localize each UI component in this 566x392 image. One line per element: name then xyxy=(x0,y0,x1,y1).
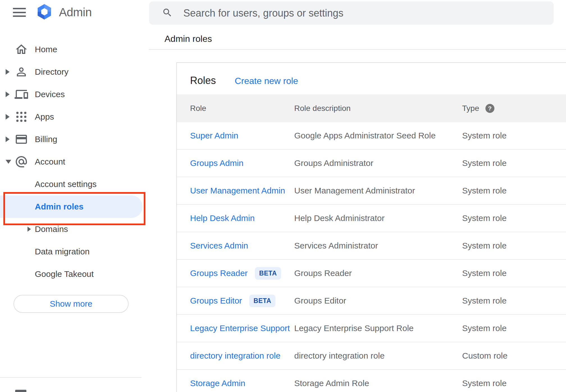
roles-card: Roles Create new role Role Role descript… xyxy=(176,62,566,392)
role-type: System role xyxy=(462,241,566,250)
table-row: Groups Reader BETA Groups Reader System … xyxy=(177,260,566,287)
partial-bottom-icon xyxy=(15,390,26,392)
role-description: Groups Reader xyxy=(294,268,462,278)
sidebar-item-label: Apps xyxy=(35,112,54,122)
sidebar-item-billing[interactable]: Billing xyxy=(0,128,149,151)
role-description: User Management Administrator xyxy=(294,186,462,195)
sidebar-item-account-settings[interactable]: Account settings xyxy=(0,173,149,195)
help-icon[interactable]: ? xyxy=(485,104,494,113)
expand-right-icon[interactable] xyxy=(6,114,10,120)
table-row: directory integration role directory int… xyxy=(177,342,566,370)
role-link[interactable]: User Management Admin xyxy=(190,186,285,195)
role-link[interactable]: Super Admin xyxy=(190,131,238,140)
role-type: System role xyxy=(462,379,566,388)
sidebar-item-label: Devices xyxy=(35,90,65,99)
table-row: Services Admin Services Administrator Sy… xyxy=(177,232,566,260)
sidebar-item-label: Admin roles xyxy=(35,202,83,211)
table-row: Groups Editor BETA Groups Editor System … xyxy=(177,287,566,315)
search-bar[interactable] xyxy=(149,1,554,25)
table-row: Legacy Enterprise Support Legacy Enterpr… xyxy=(177,315,566,342)
role-description: Services Administrator xyxy=(294,241,462,250)
sidebar: Admin Home Directory Devices xyxy=(0,0,149,392)
roles-card-header: Roles Create new role xyxy=(177,63,566,94)
role-type: System role xyxy=(462,158,566,168)
sidebar-item-admin-roles[interactable]: Admin roles xyxy=(0,195,143,218)
role-description: Storage Admin Role xyxy=(294,379,462,388)
page-title: Roles xyxy=(190,75,216,86)
table-row: User Management Admin User Management Ad… xyxy=(177,177,566,205)
sidebar-item-label: Account xyxy=(35,157,65,167)
apps-grid-icon xyxy=(15,110,28,124)
sidebar-item-data-migration[interactable]: Data migration xyxy=(0,240,149,263)
table-header-row: Role Role description Type ? xyxy=(177,94,566,122)
beta-badge: BETA xyxy=(249,295,275,307)
product-name: Admin xyxy=(59,6,92,19)
sidebar-divider xyxy=(0,377,142,378)
sidebar-item-label: Domains xyxy=(35,224,68,234)
beta-badge: BETA xyxy=(255,267,281,280)
show-more-button[interactable]: Show more xyxy=(13,295,129,313)
role-type: Custom role xyxy=(462,351,566,361)
breadcrumb: Admin roles xyxy=(165,34,212,44)
column-header-type: Type ? xyxy=(462,104,566,113)
sidebar-item-label: Billing xyxy=(35,135,57,144)
sidebar-item-account[interactable]: Account xyxy=(0,151,149,173)
role-type: System role xyxy=(462,323,566,333)
header-divider xyxy=(149,49,566,50)
expand-right-icon[interactable] xyxy=(6,136,10,142)
role-description: Google Apps Administrator Seed Role xyxy=(294,131,462,140)
role-link[interactable]: directory integration role xyxy=(190,351,280,361)
table-row: Help Desk Admin Help Desk Administrator … xyxy=(177,205,566,232)
sidebar-item-label: Account settings xyxy=(35,179,97,189)
role-type: System role xyxy=(462,296,566,306)
search-icon xyxy=(162,7,173,19)
expand-right-icon[interactable] xyxy=(6,69,10,75)
role-description: directory integration role xyxy=(294,351,462,361)
search-input[interactable] xyxy=(183,7,520,19)
role-link[interactable]: Groups Editor xyxy=(190,296,242,306)
role-link[interactable]: Help Desk Admin xyxy=(190,213,255,223)
menu-icon[interactable] xyxy=(13,8,26,17)
sidebar-item-label: Home xyxy=(35,45,57,54)
sidebar-item-directory[interactable]: Directory xyxy=(0,61,149,83)
at-sign-icon xyxy=(15,155,28,168)
column-header-role-description: Role description xyxy=(294,104,462,113)
role-type: System role xyxy=(462,186,566,195)
sidebar-item-devices[interactable]: Devices xyxy=(0,83,149,106)
column-header-role: Role xyxy=(190,104,294,113)
credit-card-icon xyxy=(15,133,28,146)
role-link[interactable]: Storage Admin xyxy=(190,379,245,388)
role-description: Help Desk Administrator xyxy=(294,213,462,223)
sidebar-item-home[interactable]: Home xyxy=(0,38,149,61)
admin-logo[interactable]: Admin xyxy=(35,3,92,21)
sidebar-item-apps[interactable]: Apps xyxy=(0,106,149,128)
table-row: Groups Admin Groups Administrator System… xyxy=(177,150,566,177)
role-link[interactable]: Groups Reader xyxy=(190,268,248,278)
table-row: Storage Admin Storage Admin Role System … xyxy=(177,370,566,392)
devices-icon xyxy=(15,88,28,101)
collapse-down-icon[interactable] xyxy=(6,160,11,164)
sidebar-item-label: Directory xyxy=(35,67,69,77)
role-link[interactable]: Services Admin xyxy=(190,241,248,250)
sidebar-nav: Home Directory Devices xyxy=(0,38,149,285)
sidebar-item-domains[interactable]: Domains xyxy=(0,218,149,240)
expand-right-icon[interactable] xyxy=(6,92,10,97)
sidebar-item-label: Data migration xyxy=(35,247,90,256)
table-row: Super Admin Google Apps Administrator Se… xyxy=(177,122,566,150)
create-new-role-link[interactable]: Create new role xyxy=(235,76,298,86)
role-link[interactable]: Legacy Enterprise Support xyxy=(190,323,290,333)
role-type: System role xyxy=(462,268,566,278)
expand-right-icon[interactable] xyxy=(28,227,31,232)
admin-hexagon-icon xyxy=(35,3,53,21)
person-icon xyxy=(15,65,28,79)
role-type: System role xyxy=(462,131,566,140)
role-description: Groups Editor xyxy=(294,296,462,306)
sidebar-item-label: Google Takeout xyxy=(35,269,94,279)
role-description: Legacy Enterprise Support Role xyxy=(294,323,462,333)
home-icon xyxy=(15,43,28,56)
role-type: System role xyxy=(462,213,566,223)
role-description: Groups Administrator xyxy=(294,158,462,168)
sidebar-item-google-takeout[interactable]: Google Takeout xyxy=(0,263,149,285)
role-link[interactable]: Groups Admin xyxy=(190,158,243,168)
